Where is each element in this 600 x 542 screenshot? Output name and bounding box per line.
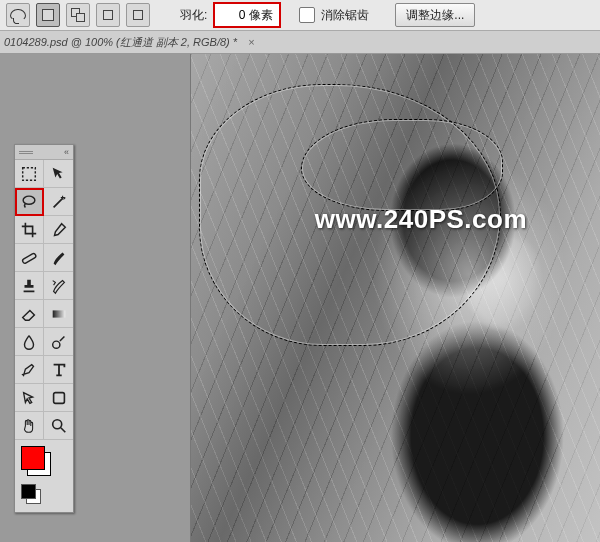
workspace: « www.240PS.com bbox=[0, 54, 600, 542]
feather-input-group: 像素 bbox=[213, 2, 281, 28]
eraser-tool[interactable] bbox=[15, 300, 44, 328]
foreground-swatch[interactable] bbox=[21, 446, 45, 470]
svg-point-6 bbox=[52, 419, 61, 428]
selection-add-icon[interactable] bbox=[66, 3, 90, 27]
svg-rect-3 bbox=[52, 310, 65, 317]
antialias-label: 消除锯齿 bbox=[321, 7, 369, 24]
feather-label: 羽化: bbox=[180, 7, 207, 24]
lasso-tool[interactable] bbox=[15, 188, 44, 216]
selection-subtract-icon[interactable] bbox=[96, 3, 120, 27]
gradient-tool[interactable] bbox=[44, 300, 73, 328]
magic-wand-tool[interactable] bbox=[44, 188, 73, 216]
zoom-tool[interactable] bbox=[44, 412, 73, 440]
path-select-tool[interactable] bbox=[15, 384, 44, 412]
crop-tool[interactable] bbox=[15, 216, 44, 244]
shape-tool[interactable] bbox=[44, 384, 73, 412]
feather-input[interactable] bbox=[215, 8, 247, 22]
refine-edge-button[interactable]: 调整边缘... bbox=[395, 3, 475, 27]
selection-marquee bbox=[301, 119, 503, 211]
document-tab[interactable]: 0104289.psd @ 100% (红通道 副本 2, RGB/8) * × bbox=[4, 35, 255, 50]
healing-brush-tool[interactable] bbox=[15, 244, 44, 272]
tool-preset-icon[interactable] bbox=[6, 3, 30, 27]
document-tab-title: 0104289.psd @ 100% (红通道 副本 2, RGB/8) * bbox=[4, 36, 237, 48]
close-icon[interactable]: × bbox=[248, 36, 254, 48]
blur-tool[interactable] bbox=[15, 328, 44, 356]
selection-new-icon[interactable] bbox=[36, 3, 60, 27]
svg-rect-5 bbox=[53, 392, 64, 403]
tools-panel-header[interactable]: « bbox=[15, 145, 73, 160]
svg-point-1 bbox=[23, 196, 35, 204]
type-tool[interactable] bbox=[44, 356, 73, 384]
history-brush-tool[interactable] bbox=[44, 272, 73, 300]
feather-unit: 像素 bbox=[247, 7, 279, 24]
tools-panel: « bbox=[14, 144, 74, 513]
option-bar: 羽化: 像素 消除锯齿 调整边缘... bbox=[0, 0, 600, 31]
hand-tool[interactable] bbox=[15, 412, 44, 440]
svg-rect-2 bbox=[22, 252, 37, 263]
collapse-icon[interactable]: « bbox=[64, 147, 69, 157]
move-tool[interactable] bbox=[44, 160, 73, 188]
default-swatches[interactable] bbox=[21, 484, 41, 504]
watermark-text: www.240PS.com bbox=[315, 204, 527, 235]
marquee-tool[interactable] bbox=[15, 160, 44, 188]
color-swatches bbox=[15, 440, 73, 512]
dodge-tool[interactable] bbox=[44, 328, 73, 356]
eyedropper-tool[interactable] bbox=[44, 216, 73, 244]
svg-rect-0 bbox=[23, 167, 36, 180]
brush-tool[interactable] bbox=[44, 244, 73, 272]
antialias-checkbox[interactable] bbox=[299, 7, 315, 23]
svg-point-4 bbox=[52, 341, 59, 348]
document-tab-bar: 0104289.psd @ 100% (红通道 副本 2, RGB/8) * × bbox=[0, 31, 600, 54]
document-canvas[interactable]: www.240PS.com bbox=[190, 54, 600, 542]
selection-intersect-icon[interactable] bbox=[126, 3, 150, 27]
stamp-tool[interactable] bbox=[15, 272, 44, 300]
pen-tool[interactable] bbox=[15, 356, 44, 384]
